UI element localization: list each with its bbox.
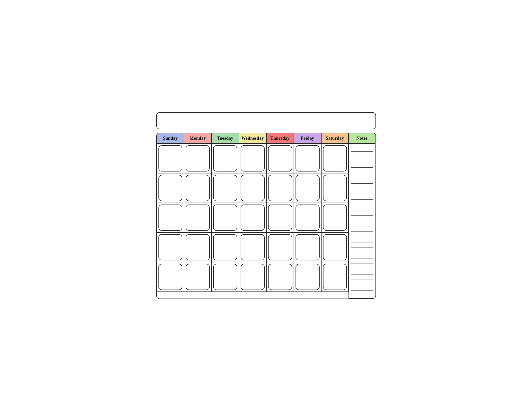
cell-r2-mon[interactable] xyxy=(184,173,211,203)
notes-line xyxy=(351,243,373,248)
cell-r1-sun[interactable] xyxy=(157,144,184,173)
cell-r3-thu[interactable] xyxy=(266,203,294,233)
cell-r3-mon[interactable] xyxy=(184,203,211,233)
notes-line xyxy=(351,210,373,216)
notes-line xyxy=(351,264,373,269)
notes-line xyxy=(351,280,373,285)
cell-r2-tue[interactable] xyxy=(211,173,239,203)
notes-line xyxy=(351,194,373,200)
cell-r5-tue[interactable] xyxy=(211,262,239,292)
cell-r1-sat[interactable] xyxy=(321,144,349,173)
header-friday: Friday xyxy=(294,133,321,144)
cell-r4-wed[interactable] xyxy=(239,233,266,262)
cell-r4-sun[interactable] xyxy=(157,233,184,262)
notes-line xyxy=(351,168,373,173)
cell-r4-fri[interactable] xyxy=(294,233,321,262)
header-monday: Monday xyxy=(184,133,211,144)
header-wednesday: Wednesday xyxy=(239,133,266,144)
cell-r5-sat[interactable] xyxy=(321,262,349,292)
cell-r3-tue[interactable] xyxy=(211,203,239,233)
cell-r2-wed[interactable] xyxy=(239,173,266,203)
notes-line xyxy=(351,221,373,226)
cell-r2-sat[interactable] xyxy=(321,173,349,203)
notes-line xyxy=(351,162,373,168)
notes-line xyxy=(351,216,373,221)
notes-line xyxy=(351,269,373,274)
notes-line xyxy=(351,157,373,162)
header-sunday: Sunday xyxy=(157,133,184,144)
cell-r4-sat[interactable] xyxy=(321,233,349,262)
notes-line xyxy=(351,189,373,194)
title-bar[interactable] xyxy=(156,112,376,129)
calendar-grid: Sunday Monday Tuesday Wednesday Thursday… xyxy=(156,133,376,299)
notes-line xyxy=(351,248,373,253)
cell-r4-mon[interactable] xyxy=(184,233,211,262)
notes-line xyxy=(351,173,373,178)
cell-r3-wed[interactable] xyxy=(239,203,266,233)
cell-r1-tue[interactable] xyxy=(211,144,239,173)
notes-line xyxy=(351,178,373,184)
header-saturday: Saturday xyxy=(321,133,349,144)
calendar-wrapper: Sunday Monday Tuesday Wednesday Thursday… xyxy=(150,105,383,306)
cell-r4-tue[interactable] xyxy=(211,233,239,262)
notes-line xyxy=(351,146,373,152)
header-thursday: Thursday xyxy=(266,133,294,144)
header-tuesday: Tuesday xyxy=(211,133,239,144)
notes-column[interactable] xyxy=(349,144,375,299)
cell-r1-thu[interactable] xyxy=(266,144,294,173)
cell-r5-wed[interactable] xyxy=(239,262,266,292)
header-notes: Notes xyxy=(349,133,375,144)
notes-line xyxy=(351,232,373,237)
notes-line xyxy=(351,205,373,210)
cell-r1-mon[interactable] xyxy=(184,144,211,173)
cell-r3-sat[interactable] xyxy=(321,203,349,233)
notes-line xyxy=(351,226,373,232)
cell-r2-sun[interactable] xyxy=(157,173,184,203)
notes-line xyxy=(351,152,373,157)
notes-line xyxy=(351,285,373,290)
cell-r1-fri[interactable] xyxy=(294,144,321,173)
notes-line xyxy=(351,184,373,189)
notes-line xyxy=(351,290,373,296)
cell-r3-fri[interactable] xyxy=(294,203,321,233)
cell-r3-sun[interactable] xyxy=(157,203,184,233)
notes-line xyxy=(351,253,373,258)
cell-r2-thu[interactable] xyxy=(266,173,294,203)
cell-r2-fri[interactable] xyxy=(294,173,321,203)
notes-line xyxy=(351,200,373,205)
cell-r4-thu[interactable] xyxy=(266,233,294,262)
cell-r5-thu[interactable] xyxy=(266,262,294,292)
notes-line xyxy=(351,274,373,280)
cell-r5-fri[interactable] xyxy=(294,262,321,292)
cell-r1-wed[interactable] xyxy=(239,144,266,173)
cell-r5-mon[interactable] xyxy=(184,262,211,292)
notes-line xyxy=(351,237,373,243)
notes-line xyxy=(351,258,373,264)
cell-r5-sun[interactable] xyxy=(157,262,184,292)
